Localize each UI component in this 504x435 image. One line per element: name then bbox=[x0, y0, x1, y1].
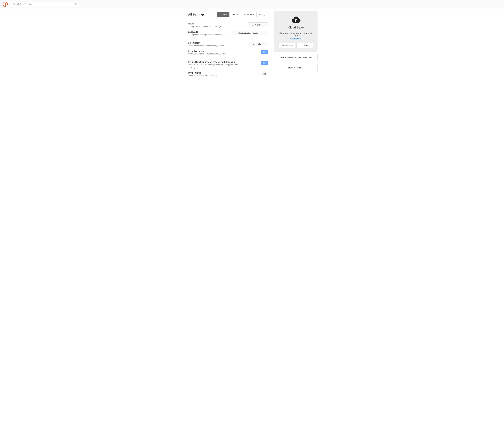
chevron-down-icon: ⌄ bbox=[266, 24, 267, 26]
language-select[interactable]: English (United Kingdom) ⌄ bbox=[233, 31, 268, 35]
search-icon[interactable] bbox=[75, 3, 77, 5]
tab-appearance[interactable]: Appearance bbox=[241, 12, 256, 17]
setting-title: Instant Answers bbox=[188, 50, 226, 52]
region-select[interactable]: All regions ⌄ bbox=[248, 22, 268, 27]
setting-infinite-scroll: Infinite Scroll Loads more results when … bbox=[187, 69, 268, 77]
setting-language: Language Changes the language across the… bbox=[187, 28, 268, 36]
infinite-scroll-toggle[interactable]: Off bbox=[261, 72, 268, 76]
reset-all-settings-card[interactable]: Reset All Settings bbox=[274, 64, 317, 72]
setting-instant-answers: Instant Answers Automatically open relev… bbox=[187, 47, 268, 55]
setting-title: Infinite Scroll bbox=[188, 72, 217, 74]
setting-region: Region Changes search results based on r… bbox=[187, 20, 268, 28]
select-value: English (United Kingdom) bbox=[238, 32, 260, 34]
chevron-down-icon: ⌄ bbox=[266, 43, 267, 45]
svg-point-2 bbox=[5, 4, 6, 4]
duckduckgo-logo[interactable] bbox=[3, 2, 8, 7]
setting-desc: Loads more results when scrolling bbox=[188, 74, 217, 77]
show-bookmarklet-card[interactable]: Show Bookmarklet and Settings Data bbox=[274, 54, 317, 62]
search-input[interactable] bbox=[13, 3, 75, 5]
setting-desc: Omits objectionable (mostly adult) mater… bbox=[188, 44, 224, 47]
save-settings-button[interactable]: Save Settings bbox=[279, 43, 295, 48]
select-value: Moderate bbox=[253, 43, 261, 45]
setting-desc: Changes search results based on region bbox=[188, 25, 223, 28]
cloud-desc: Save your settings anonymously to the cl… bbox=[279, 32, 313, 37]
cloud-what-is-this-link[interactable]: What is this? bbox=[277, 38, 315, 40]
infinite-media-toggle[interactable]: On bbox=[261, 61, 268, 65]
chevron-down-icon: ⌄ bbox=[266, 32, 267, 34]
page-title: All Settings bbox=[188, 13, 205, 16]
tabs: General Theme Appearance Privacy bbox=[217, 12, 268, 17]
select-value: All regions bbox=[252, 24, 261, 26]
settings-sidebar: Cloud Save Save your settings anonymousl… bbox=[274, 9, 317, 77]
setting-title: Infinite Scroll for Images, Videos, and … bbox=[188, 61, 238, 63]
instant-answers-toggle[interactable]: On bbox=[261, 50, 268, 54]
svg-point-4 bbox=[75, 3, 77, 5]
header bbox=[0, 0, 504, 9]
cloud-title: Cloud Save bbox=[277, 26, 315, 29]
svg-line-5 bbox=[76, 5, 77, 5]
settings-main: All Settings General Theme Appearance Pr… bbox=[187, 9, 268, 77]
search-box[interactable] bbox=[11, 2, 79, 7]
safe-search-select[interactable]: Moderate ⌄ bbox=[248, 42, 268, 46]
setting-title: Language bbox=[188, 31, 225, 33]
setting-safe-search: Safe Search Omits objectionable (mostly … bbox=[187, 39, 268, 47]
setting-infinite-media: Infinite Scroll for Images, Videos, and … bbox=[187, 58, 268, 69]
setting-desc: Automatically open relevant Instant Answ… bbox=[188, 52, 226, 55]
setting-title: Region bbox=[188, 22, 223, 25]
setting-desc: Changes the language across the entire s… bbox=[188, 34, 225, 36]
load-settings-button[interactable]: Load Settings bbox=[297, 43, 313, 48]
cloud-save-card: Cloud Save Save your settings anonymousl… bbox=[274, 11, 317, 52]
tab-general[interactable]: General bbox=[217, 12, 230, 17]
tab-theme[interactable]: Theme bbox=[229, 12, 241, 17]
menu-icon[interactable] bbox=[499, 3, 502, 5]
tab-privacy[interactable]: Privacy bbox=[256, 12, 268, 17]
setting-title: Safe Search bbox=[188, 42, 224, 44]
setting-desc: Loads more results in Images, Videos, an… bbox=[188, 63, 238, 69]
cloud-upload-icon bbox=[291, 16, 301, 23]
